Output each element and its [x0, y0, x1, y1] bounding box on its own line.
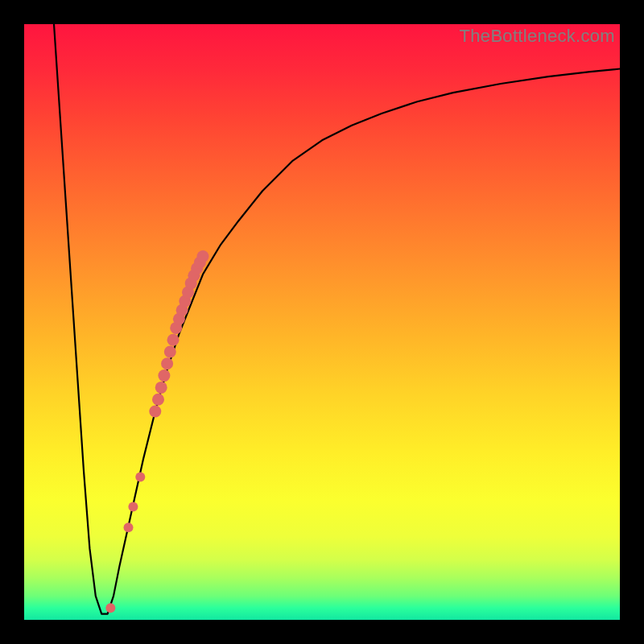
highlight-dot [197, 250, 209, 262]
highlight-dot [158, 369, 170, 382]
highlight-dot [149, 406, 161, 418]
chart-svg [24, 24, 620, 620]
highlight-dot [155, 382, 167, 394]
highlight-dot [167, 334, 180, 346]
highlight-dot [128, 502, 138, 511]
highlight-dot [152, 394, 164, 406]
highlight-dot [105, 603, 115, 613]
chart-line [54, 24, 620, 614]
highlight-dot [135, 472, 145, 481]
highlight-dot [164, 346, 176, 358]
chart-frame: TheBottleneck.com [0, 0, 644, 644]
highlight-dot [124, 522, 134, 532]
plot-area: TheBottleneck.com [24, 24, 620, 620]
highlight-dot [161, 357, 173, 369]
